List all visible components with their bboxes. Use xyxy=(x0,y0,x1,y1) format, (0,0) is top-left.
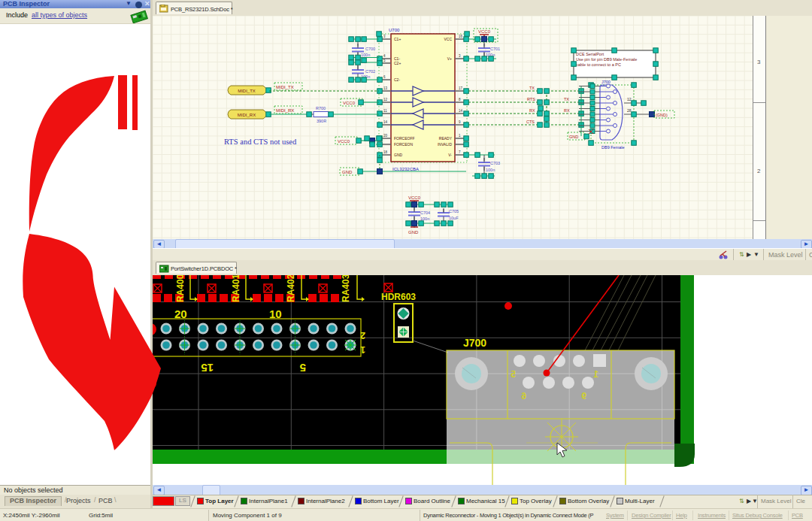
svg-text:100n: 100n xyxy=(486,168,495,172)
svg-text:CTS: CTS xyxy=(526,120,535,124)
svg-text:FORCEON: FORCEON xyxy=(394,142,413,147)
svg-text:READY: READY xyxy=(439,136,453,141)
svg-text:ICL3232CBA: ICL3232CBA xyxy=(392,167,419,171)
svg-text:14: 14 xyxy=(459,109,463,113)
svg-text:20: 20 xyxy=(383,134,388,138)
svg-text:RA402: RA402 xyxy=(286,275,296,302)
svg-text:100n: 100n xyxy=(420,217,429,221)
svg-text:U700: U700 xyxy=(389,28,400,32)
svg-text:9: 9 xyxy=(581,391,586,401)
svg-text:C1+: C1+ xyxy=(394,37,401,41)
svg-text:MIDI_RX: MIDI_RX xyxy=(238,113,256,117)
svg-text:RTS and CTS not used: RTS and CTS not used xyxy=(224,138,297,146)
svg-text:C703: C703 xyxy=(490,161,500,165)
svg-text:TX: TX xyxy=(529,86,535,90)
svg-text:17: 17 xyxy=(459,86,463,90)
svg-text:DB9 Female: DB9 Female xyxy=(601,145,625,150)
svg-text:C702: C702 xyxy=(365,69,375,74)
svg-text:20: 20 xyxy=(174,307,187,320)
svg-text:12: 12 xyxy=(627,97,632,101)
svg-text:13: 13 xyxy=(383,86,388,90)
svg-text:J700: J700 xyxy=(601,80,611,84)
svg-text:28: 28 xyxy=(627,108,632,113)
svg-text:V+: V+ xyxy=(447,56,452,61)
svg-text:11: 11 xyxy=(383,109,387,113)
svg-text:VCC0: VCC0 xyxy=(408,195,421,200)
svg-text:C2-: C2- xyxy=(394,77,400,82)
svg-text:cable to connect to a PC: cable to connect to a PC xyxy=(576,62,621,67)
svg-text:C700: C700 xyxy=(365,47,375,51)
svg-text:RA400: RA400 xyxy=(175,275,186,302)
svg-text:2: 2 xyxy=(360,330,365,341)
svg-text:C2+: C2+ xyxy=(394,61,401,65)
svg-text:GND: GND xyxy=(569,135,578,139)
svg-text:16: 16 xyxy=(459,35,463,38)
svg-text:DCE SerialPort: DCE SerialPort xyxy=(576,52,604,56)
svg-text:18: 18 xyxy=(383,150,388,154)
svg-text:14: 14 xyxy=(383,120,388,124)
svg-text:12: 12 xyxy=(383,98,388,101)
svg-text:5: 5 xyxy=(300,362,306,374)
svg-text:Use pin for pin DB9 Male-Femal: Use pin for pin DB9 Male-Female xyxy=(576,57,637,62)
svg-text:RX: RX xyxy=(529,108,535,113)
svg-text:VCC0: VCC0 xyxy=(343,101,356,105)
svg-text:15: 15 xyxy=(201,362,214,374)
svg-text:5: 5 xyxy=(511,369,516,380)
svg-text:(GND): (GND) xyxy=(656,113,668,117)
svg-text:C704: C704 xyxy=(420,211,430,215)
svg-text:INVALID: INVALID xyxy=(438,142,452,147)
svg-text:VCC0: VCC0 xyxy=(478,29,491,34)
svg-text:10uF: 10uF xyxy=(449,216,459,220)
svg-text:VCC: VCC xyxy=(444,37,452,41)
svg-text:C701: C701 xyxy=(490,47,500,51)
svg-text:390R: 390R xyxy=(317,119,326,123)
svg-text:6: 6 xyxy=(521,391,526,401)
svg-text:RA401: RA401 xyxy=(231,275,241,302)
svg-text:V-: V- xyxy=(448,153,452,157)
svg-text:MIDI_RX: MIDI_RX xyxy=(276,108,294,113)
svg-text:GND: GND xyxy=(394,153,403,157)
svg-text:R700: R700 xyxy=(316,106,326,111)
svg-text:TX: TX xyxy=(564,97,569,101)
svg-text:C705: C705 xyxy=(449,209,459,214)
svg-text:VCC0: VCC0 xyxy=(338,139,350,144)
svg-text:GND: GND xyxy=(342,170,353,174)
svg-text:GND: GND xyxy=(408,230,419,235)
svg-text:MIDI_TX: MIDI_TX xyxy=(276,85,294,89)
svg-text:1: 1 xyxy=(593,369,598,380)
svg-text:RA403: RA403 xyxy=(341,275,351,302)
svg-text:MIDI_TX: MIDI_TX xyxy=(238,89,256,93)
svg-text:RTS: RTS xyxy=(527,97,535,101)
svg-text:10: 10 xyxy=(269,307,282,320)
svg-text:1: 1 xyxy=(360,344,365,355)
svg-text:RX: RX xyxy=(564,108,570,113)
svg-text:100n: 100n xyxy=(361,53,370,57)
svg-text:HDR603: HDR603 xyxy=(381,292,416,302)
svg-text:J700: J700 xyxy=(463,337,486,349)
svg-text:FORCEOFF: FORCEOFF xyxy=(394,136,415,141)
